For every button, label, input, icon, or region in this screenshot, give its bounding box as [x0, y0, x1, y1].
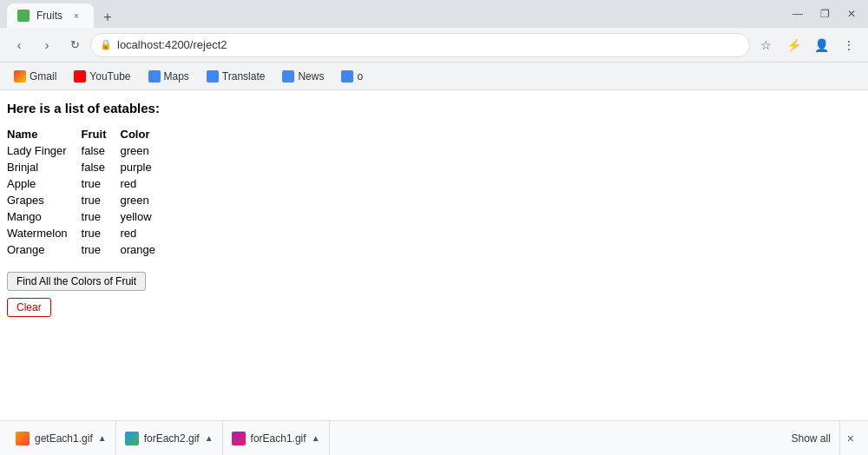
address-text: localhost:4200/reject2: [117, 38, 227, 51]
table-row: Appletruered: [7, 175, 169, 192]
bookmark-gmail[interactable]: Gmail: [7, 69, 63, 84]
o-icon: [341, 70, 353, 82]
title-bar: Fruits × + — ❐ ✕: [0, 0, 868, 28]
forward-button[interactable]: ›: [35, 33, 59, 57]
cell-fruit: false: [82, 159, 121, 175]
address-bar[interactable]: 🔒 localhost:4200/reject2: [90, 33, 750, 57]
bookmark-maps-label: Maps: [164, 70, 189, 82]
cell-name: Mango: [7, 208, 82, 225]
cell-color: green: [121, 192, 169, 208]
bookmark-youtube[interactable]: YouTube: [67, 69, 137, 84]
settings-icon[interactable]: ⋮: [837, 33, 861, 57]
nav-right-icons: ☆ ⚡ 👤 ⋮: [753, 33, 861, 57]
page-title: Here is a list of eatables:: [7, 101, 861, 115]
show-all-button[interactable]: Show all: [782, 421, 839, 455]
download-bar: getEach1.gif ▲ forEach2.gif ▲ forEach1.g…: [0, 420, 868, 455]
tab-close-button[interactable]: ×: [69, 9, 83, 23]
table-row: Lady Fingerfalsegreen: [7, 142, 169, 159]
download-chevron-1[interactable]: ▲: [98, 433, 107, 443]
cell-fruit: true: [82, 241, 121, 258]
col-header-name: Name: [7, 126, 82, 142]
cell-fruit: true: [82, 225, 121, 241]
download-chevron-2[interactable]: ▲: [205, 433, 214, 443]
cell-name: Grapes: [7, 192, 82, 208]
active-tab[interactable]: Fruits ×: [7, 3, 94, 28]
table-row: Orangetrueorange: [7, 241, 169, 258]
lock-icon: 🔒: [100, 39, 112, 50]
minimize-button[interactable]: —: [787, 6, 808, 22]
download-item-2: forEach2.gif ▲: [116, 421, 223, 455]
cell-fruit: true: [82, 208, 121, 225]
cell-color: green: [121, 142, 169, 159]
download-label-3: forEach1.gif: [251, 432, 306, 445]
download-item-1: getEach1.gif ▲: [7, 421, 116, 455]
profile-icon[interactable]: 👤: [809, 33, 833, 57]
cell-name: Watermelon: [7, 225, 82, 241]
new-tab-button[interactable]: +: [97, 7, 118, 28]
bookmark-youtube-label: YouTube: [89, 70, 130, 82]
bookmark-o[interactable]: o: [334, 69, 370, 84]
news-icon: [282, 70, 294, 82]
download-chevron-3[interactable]: ▲: [312, 433, 320, 443]
download-label-1: getEach1.gif: [35, 432, 93, 445]
maximize-button[interactable]: ❐: [815, 6, 835, 22]
tab-area: Fruits × +: [7, 0, 118, 28]
bookmark-gmail-label: Gmail: [30, 70, 56, 82]
cell-color: yellow: [121, 208, 169, 225]
col-header-fruit: Fruit: [82, 126, 121, 142]
bookmark-translate[interactable]: Translate: [200, 69, 273, 84]
refresh-button[interactable]: ↻: [62, 33, 87, 57]
cell-fruit: true: [82, 175, 121, 192]
cell-name: Brinjal: [7, 159, 82, 175]
download-item-3: forEach1.gif ▲: [223, 421, 330, 455]
table-row: Mangotrueyellow: [7, 208, 169, 225]
bookmark-news[interactable]: News: [275, 69, 331, 84]
extension-icon[interactable]: ⚡: [781, 33, 806, 57]
cell-name: Apple: [7, 175, 82, 192]
download-label-2: forEach2.gif: [144, 432, 200, 445]
find-colors-button[interactable]: Find All the Colors of Fruit: [7, 272, 146, 291]
close-button[interactable]: ✕: [842, 6, 861, 22]
bookmark-translate-label: Translate: [222, 70, 266, 82]
maps-icon: [148, 70, 161, 82]
table-row: Grapestruegreen: [7, 192, 169, 208]
cell-fruit: false: [82, 142, 121, 159]
table-row: Watermelontruered: [7, 225, 169, 241]
bookmark-o-label: o: [357, 70, 363, 82]
youtube-icon: [74, 70, 86, 82]
tab-label: Fruits: [36, 10, 62, 22]
cell-name: Lady Finger: [7, 142, 82, 159]
page-content: Here is a list of eatables: Name Fruit C…: [0, 90, 868, 420]
table-row: Brinjalfalsepurple: [7, 159, 169, 175]
cell-name: Orange: [7, 241, 82, 258]
cell-color: purple: [121, 159, 169, 175]
col-header-color: Color: [121, 126, 169, 142]
back-button[interactable]: ‹: [7, 33, 31, 57]
bookmark-news-label: News: [298, 70, 324, 82]
download-bar-close-button[interactable]: ×: [840, 421, 861, 455]
bookmark-icon[interactable]: ☆: [753, 33, 778, 57]
nav-bar: ‹ › ↻ 🔒 localhost:4200/reject2 ☆ ⚡ 👤 ⋮: [0, 28, 868, 63]
gmail-icon: [14, 70, 26, 82]
download-icon-2: [125, 432, 139, 445]
tab-favicon: [17, 10, 30, 22]
cell-color: red: [121, 175, 169, 192]
download-icon-3: [232, 432, 246, 445]
bookmark-maps[interactable]: Maps: [141, 69, 196, 84]
cell-fruit: true: [82, 192, 121, 208]
cell-color: red: [121, 225, 169, 241]
eatables-table: Name Fruit Color Lady FingerfalsegreenBr…: [7, 126, 169, 258]
cell-color: orange: [121, 241, 169, 258]
clear-button[interactable]: Clear: [7, 298, 51, 317]
window-controls: — ❐ ✕: [787, 6, 861, 22]
translate-icon: [207, 70, 219, 82]
bookmarks-bar: Gmail YouTube Maps Translate News o: [0, 63, 868, 90]
download-icon-1: [16, 432, 30, 445]
